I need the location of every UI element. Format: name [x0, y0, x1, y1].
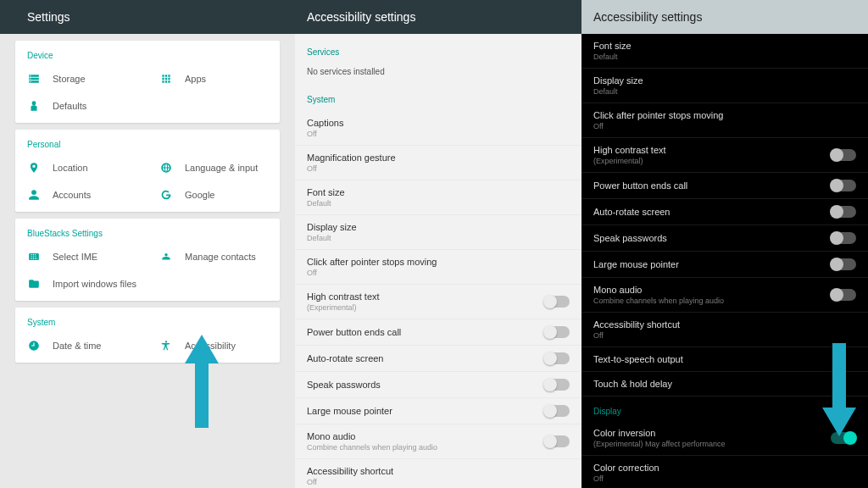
- row-title: Font size: [307, 187, 570, 197]
- card-header: Device: [15, 47, 280, 65]
- row-title: Text-to-speech output: [593, 354, 856, 364]
- setting-row-mono-audio[interactable]: Mono audioCombine channels when playing …: [581, 278, 868, 313]
- row-title: Captions: [307, 118, 570, 128]
- settings-item-google[interactable]: Google: [147, 181, 280, 208]
- settings-item-apps[interactable]: Apps: [147, 65, 280, 92]
- row-title: High contrast text: [593, 145, 831, 155]
- setting-row-magnification[interactable]: Magnification gestureOff: [295, 146, 581, 180]
- settings-item-language[interactable]: Language & input: [147, 154, 280, 181]
- settings-pane: Settings DeviceStorageAppsDefaultsPerson…: [0, 0, 295, 488]
- setting-row-click-pointer[interactable]: Click after pointer stops movingOff: [581, 103, 868, 138]
- setting-row-font-size[interactable]: Font sizeDefault: [581, 34, 868, 69]
- pane3-title: Accessibility settings: [593, 10, 702, 24]
- setting-row-touch-hold[interactable]: Touch & hold delay: [581, 372, 868, 396]
- toggle-switch[interactable]: [544, 326, 570, 338]
- row-subtitle: Off: [593, 474, 856, 483]
- pane2-title: Accessibility settings: [307, 10, 415, 24]
- row-title: Auto-rotate screen: [593, 207, 831, 217]
- settings-item-manage-contacts[interactable]: Manage contacts: [147, 243, 280, 270]
- pane1-title: Settings: [27, 10, 70, 24]
- row-subtitle: Off: [307, 164, 570, 173]
- settings-card-bluestacks-settings: BlueStacks SettingsSelect IMEManage cont…: [15, 219, 280, 301]
- item-label: Select IME: [53, 252, 97, 262]
- toggle-switch[interactable]: [544, 435, 570, 447]
- setting-row-speak-passwords[interactable]: Speak passwords: [295, 372, 581, 398]
- setting-row-auto-rotate[interactable]: Auto-rotate screen: [295, 346, 581, 372]
- row-subtitle: (Experimental): [593, 157, 831, 165]
- toggle-switch[interactable]: [544, 352, 570, 364]
- setting-row-captions[interactable]: CaptionsOff: [295, 111, 581, 146]
- setting-row-tts[interactable]: Text-to-speech output: [581, 347, 868, 372]
- row-title: Color correction: [593, 463, 856, 473]
- settings-card-system: SystemDate & timeAccessibility: [15, 308, 280, 363]
- setting-row-color-inversion[interactable]: Color inversion(Experimental) May affect…: [581, 421, 868, 456]
- toggle-switch[interactable]: [831, 432, 856, 444]
- toggle-switch[interactable]: [831, 206, 856, 218]
- item-label: Defaults: [53, 101, 86, 111]
- toggle-switch[interactable]: [544, 296, 570, 308]
- item-label: Language & input: [185, 163, 258, 173]
- setting-row-high-contrast[interactable]: High contrast text(Experimental): [581, 138, 868, 173]
- row-title: Click after pointer stops moving: [307, 257, 570, 267]
- row-subtitle: Off: [593, 331, 856, 340]
- row-subtitle: Combine channels when playing audio: [307, 443, 544, 452]
- defaults-icon: [27, 99, 41, 113]
- toggle-switch[interactable]: [544, 379, 570, 391]
- setting-row-auto-rotate[interactable]: Auto-rotate screen: [581, 199, 868, 225]
- card-header: BlueStacks Settings: [15, 225, 280, 243]
- toggle-switch[interactable]: [831, 289, 856, 301]
- row-subtitle: Off: [307, 269, 570, 277]
- setting-row-power-end-call[interactable]: Power button ends call: [295, 319, 581, 346]
- apps-icon: [159, 72, 173, 86]
- setting-row-acc-shortcut[interactable]: Accessibility shortcutOff: [295, 459, 581, 488]
- setting-row-click-pointer[interactable]: Click after pointer stops movingOff: [295, 250, 581, 285]
- item-label: Accessibility: [185, 341, 236, 351]
- row-subtitle: Default: [307, 199, 570, 208]
- item-label: Date & time: [53, 341, 101, 351]
- no-services-text: No services installed: [295, 64, 581, 86]
- toggle-switch[interactable]: [831, 180, 856, 191]
- item-label: Location: [53, 163, 88, 173]
- setting-row-large-pointer[interactable]: Large mouse pointer: [295, 398, 581, 424]
- item-label: Accounts: [53, 190, 91, 200]
- setting-row-font-size[interactable]: Font sizeDefault: [295, 180, 581, 215]
- setting-row-mono-audio[interactable]: Mono audioCombine channels when playing …: [295, 424, 581, 459]
- settings-item-location[interactable]: Location: [15, 154, 147, 181]
- pane1-header: Settings: [0, 0, 295, 34]
- row-subtitle: Off: [307, 478, 570, 486]
- toggle-switch[interactable]: [831, 149, 856, 161]
- setting-row-display-size[interactable]: Display sizeDefault: [581, 69, 868, 103]
- settings-item-accounts[interactable]: Accounts: [15, 181, 147, 208]
- item-label: Storage: [53, 74, 86, 84]
- settings-item-select-ime[interactable]: Select IME: [15, 243, 147, 270]
- settings-item-date-time[interactable]: Date & time: [15, 332, 147, 359]
- settings-item-import-windows[interactable]: Import windows files: [15, 270, 280, 297]
- toggle-switch[interactable]: [831, 258, 856, 270]
- setting-row-power-end-call[interactable]: Power button ends call: [581, 173, 868, 199]
- row-title: Click after pointer stops moving: [593, 110, 856, 120]
- toggle-switch[interactable]: [544, 405, 570, 417]
- account-icon: [27, 188, 41, 202]
- row-title: Touch & hold delay: [593, 379, 856, 389]
- setting-row-color-correction[interactable]: Color correctionOff: [581, 456, 868, 488]
- settings-item-storage[interactable]: Storage: [15, 65, 147, 92]
- globe-icon: [159, 161, 173, 175]
- accessibility-icon: [159, 339, 173, 352]
- row-title: Font size: [593, 41, 856, 51]
- setting-row-display-size[interactable]: Display sizeDefault: [295, 215, 581, 250]
- settings-item-defaults[interactable]: Defaults: [15, 92, 280, 119]
- settings-card-personal: PersonalLocationLanguage & inputAccounts…: [15, 130, 280, 212]
- row-subtitle: (Experimental): [307, 303, 544, 312]
- accessibility-dark-pane: Accessibility settings Font sizeDefaultD…: [581, 0, 868, 488]
- row-title: Display size: [593, 75, 856, 86]
- item-label: Import windows files: [53, 279, 136, 289]
- row-subtitle: Default: [593, 87, 856, 96]
- setting-row-high-contrast[interactable]: High contrast text(Experimental): [295, 285, 581, 319]
- setting-row-speak-passwords[interactable]: Speak passwords: [581, 225, 868, 252]
- settings-item-accessibility[interactable]: Accessibility: [147, 332, 280, 359]
- setting-row-acc-shortcut[interactable]: Accessibility shortcutOff: [581, 313, 868, 347]
- setting-row-large-pointer[interactable]: Large mouse pointer: [581, 252, 868, 278]
- keyboard-icon: [27, 250, 41, 263]
- toggle-switch[interactable]: [831, 232, 856, 244]
- row-subtitle: (Experimental) May affect performance: [593, 440, 831, 448]
